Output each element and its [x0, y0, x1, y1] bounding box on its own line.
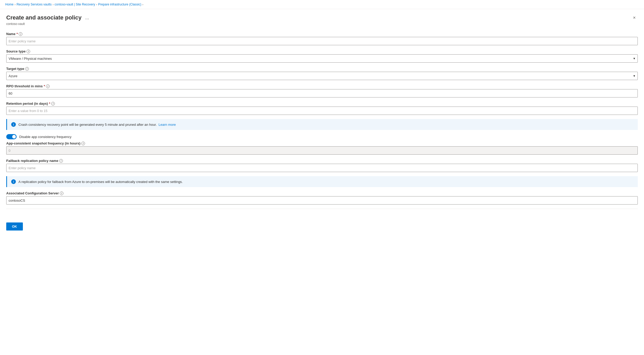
target-type-select-wrapper: Azure ▼ [6, 72, 638, 80]
page-subtitle: contoso-vault [6, 22, 638, 26]
assoc-server-input[interactable] [6, 196, 638, 205]
app-snapshot-label: App-consistent snapshot frequency (in ho… [6, 141, 638, 145]
breadcrumb-sep-1: › [15, 3, 16, 6]
crash-learn-more-link[interactable]: Learn more [159, 123, 176, 127]
assoc-server-label: Associated Configuration Server i [6, 191, 638, 195]
failback-input[interactable] [6, 164, 638, 172]
failback-label: Failback replication policy name i [6, 159, 638, 163]
form-section: Name * i Source type i VMware / Physical… [6, 32, 638, 231]
source-type-label: Source type i [6, 49, 638, 53]
app-snapshot-info-icon[interactable]: i [81, 142, 85, 145]
title-row: Create and associate policy ... [6, 14, 91, 21]
breadcrumb-sep-4: › [142, 3, 143, 6]
breadcrumb-prepare[interactable]: Prepare infrastructure (Classic) [98, 3, 141, 6]
source-type-select-wrapper: VMware / Physical machines Hyper-V ▼ [6, 54, 638, 63]
name-label: Name * i [6, 32, 638, 36]
retention-info-icon[interactable]: i [51, 102, 55, 106]
breadcrumb-vaults[interactable]: Recovery Services vaults [17, 3, 52, 6]
breadcrumb: Home › Recovery Services vaults › contos… [0, 0, 644, 9]
name-required: * [16, 32, 18, 36]
breadcrumb-home[interactable]: Home [5, 3, 14, 6]
page-header: Create and associate policy ... × [6, 14, 638, 21]
source-type-field-group: Source type i VMware / Physical machines… [6, 49, 638, 63]
failback-field-group: Failback replication policy name i [6, 159, 638, 172]
name-info-icon[interactable]: i [19, 32, 22, 36]
crash-banner-icon: i [11, 122, 16, 127]
retention-field-group: Retention period (in days) * i [6, 102, 638, 115]
ok-button[interactable]: OK [6, 222, 23, 231]
app-snapshot-field-group: App-consistent snapshot frequency (in ho… [6, 141, 638, 155]
breadcrumb-vault[interactable]: contoso-vault | Site Recovery [55, 3, 95, 6]
retention-input[interactable] [6, 107, 638, 115]
toggle-row: Disable app consistency frequency [6, 134, 638, 139]
name-input[interactable] [6, 37, 638, 45]
toggle-slider [6, 134, 17, 139]
rpo-required: * [44, 84, 45, 88]
breadcrumb-sep-2: › [52, 3, 54, 6]
page-title: Create and associate policy [6, 14, 82, 21]
crash-banner-text: Crash consistency recovery point will be… [18, 123, 176, 127]
target-type-info-icon[interactable]: i [25, 67, 29, 71]
target-type-select[interactable]: Azure [6, 72, 638, 80]
target-type-label: Target type i [6, 67, 638, 71]
source-type-select[interactable]: VMware / Physical machines Hyper-V [6, 54, 638, 63]
source-type-info-icon[interactable]: i [27, 50, 30, 53]
page-container: Create and associate policy ... × contos… [0, 9, 644, 236]
failback-banner: i A replication policy for failback from… [6, 176, 638, 187]
ellipsis-button[interactable]: ... [84, 15, 91, 21]
breadcrumb-sep-3: › [96, 3, 97, 6]
crash-consistency-banner: i Crash consistency recovery point will … [6, 119, 638, 130]
app-snapshot-input[interactable] [6, 146, 638, 155]
retention-label: Retention period (in days) * i [6, 102, 638, 106]
name-field-group: Name * i [6, 32, 638, 45]
retention-required: * [49, 102, 50, 106]
rpo-info-icon[interactable]: i [46, 84, 50, 88]
failback-info-icon[interactable]: i [59, 159, 63, 163]
rpo-label: RPO threshold in mins * i [6, 84, 638, 88]
footer-divider [6, 209, 638, 209]
toggle-label: Disable app consistency frequency [19, 135, 71, 139]
rpo-input[interactable] [6, 89, 638, 97]
failback-banner-icon: i [11, 179, 16, 184]
assoc-server-field-group: Associated Configuration Server i [6, 191, 638, 205]
target-type-field-group: Target type i Azure ▼ [6, 67, 638, 80]
close-button[interactable]: × [631, 14, 638, 21]
app-consistency-toggle[interactable] [6, 134, 17, 139]
failback-banner-text: A replication policy for failback from A… [18, 180, 183, 184]
assoc-server-info-icon[interactable]: i [60, 192, 63, 195]
rpo-field-group: RPO threshold in mins * i [6, 84, 638, 97]
footer-actions: OK [6, 215, 638, 231]
